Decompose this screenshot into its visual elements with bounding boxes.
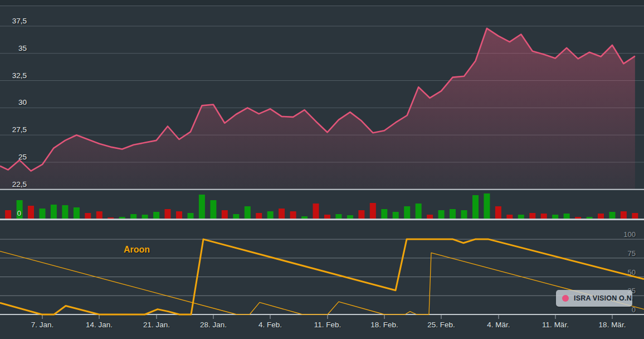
volume-bar-up[interactable] <box>381 209 387 219</box>
volume-bar-up[interactable] <box>552 215 558 219</box>
volume-bar-down[interactable] <box>28 206 34 219</box>
x-axis-label: 7. Jan. <box>31 321 54 329</box>
aroon-y-axis-label: 75 <box>628 249 636 258</box>
volume-bar-down[interactable] <box>290 211 296 219</box>
volume-bar-down[interactable] <box>598 214 604 219</box>
volume-bar-down[interactable] <box>529 213 535 219</box>
volume-bar-down[interactable] <box>96 211 103 219</box>
volume-bar-up[interactable] <box>347 215 353 219</box>
volume-bar-up[interactable] <box>153 212 159 219</box>
volume-bar-down[interactable] <box>279 209 285 219</box>
x-axis-label: 28. Jan. <box>200 321 227 329</box>
volume-bar-up[interactable] <box>564 214 570 219</box>
x-axis-label: 21. Jan. <box>143 321 170 329</box>
x-axis-label: 11. Feb. <box>314 321 341 329</box>
volume-bar-up[interactable] <box>119 217 125 219</box>
volume-bar-down[interactable] <box>165 209 171 219</box>
x-axis-label: 4. Mär. <box>487 321 510 329</box>
volume-bar-up[interactable] <box>587 217 593 219</box>
price-y-axis-label: 25 <box>18 153 27 161</box>
volume-bar-up[interactable] <box>404 206 410 219</box>
volume-bar-up[interactable] <box>210 200 216 219</box>
x-axis-label: 4. Feb. <box>258 321 282 329</box>
volume-bar-up[interactable] <box>199 195 205 219</box>
volume-bar-up[interactable] <box>484 193 490 219</box>
volume-bar-down[interactable] <box>85 213 91 219</box>
volume-bar-up[interactable] <box>438 210 445 219</box>
x-axis-label: 18. Mär. <box>599 321 626 329</box>
volume-bar-up[interactable] <box>130 214 136 219</box>
top-strip <box>0 0 644 6</box>
price-y-axis-label: 22,5 <box>12 180 27 188</box>
aroon-y-axis-label: 100 <box>623 230 636 239</box>
volume-bar-up[interactable] <box>393 212 399 219</box>
chart-canvas[interactable]: 37,53532,53027,52522,5010075502507. Jan.… <box>0 0 644 339</box>
price-y-axis-label: 27,5 <box>12 125 27 134</box>
volume-bar-up[interactable] <box>233 214 239 219</box>
volume-bar-up[interactable] <box>51 205 57 219</box>
volume-bar-down[interactable] <box>222 210 228 219</box>
volume-bar-up[interactable] <box>416 204 422 219</box>
volume-bar-up[interactable] <box>245 206 251 219</box>
price-y-axis-label: 35 <box>18 44 27 52</box>
volume-bar-down[interactable] <box>495 206 501 219</box>
volume-zero-label: 0 <box>17 209 21 217</box>
volume-bar-down[interactable] <box>506 215 513 219</box>
x-axis-label: 11. Mär. <box>542 321 569 329</box>
volume-bar-down[interactable] <box>358 210 364 219</box>
volume-bar-down[interactable] <box>632 213 638 219</box>
volume-bar-down[interactable] <box>313 204 319 219</box>
volume-bar-up[interactable] <box>335 214 341 219</box>
series-legend[interactable]: ISRA VISION O.N. <box>556 290 632 307</box>
x-axis-label: 14. Jan. <box>86 321 113 329</box>
volume-bar-down[interactable] <box>370 203 376 219</box>
volume-bar-up[interactable] <box>74 207 80 219</box>
x-axis-label: 25. Feb. <box>427 321 455 329</box>
price-y-axis-label: 30 <box>18 98 27 106</box>
x-axis-label: 18. Feb. <box>370 321 398 329</box>
volume-bar-down[interactable] <box>621 211 627 219</box>
volume-bar-up[interactable] <box>40 209 46 219</box>
volume-bar-down[interactable] <box>324 215 330 219</box>
volume-bar-up[interactable] <box>301 216 308 219</box>
price-y-axis-label: 32,5 <box>12 71 27 80</box>
volume-bar-up[interactable] <box>142 215 148 219</box>
volume-bar-up[interactable] <box>518 215 524 219</box>
stock-chart-root[interactable]: 37,53532,53027,52522,5010075502507. Jan.… <box>0 0 644 339</box>
volume-bar-down[interactable] <box>575 217 581 219</box>
volume-bar-down[interactable] <box>5 210 11 219</box>
volume-bar-down[interactable] <box>256 213 262 219</box>
legend-series-dot-icon <box>562 295 569 302</box>
volume-bar-down[interactable] <box>541 214 547 219</box>
aroon-indicator-title: Aroon <box>124 245 150 255</box>
volume-bar-up[interactable] <box>267 211 274 219</box>
legend-series-label: ISRA VISION O.N. <box>574 294 634 302</box>
volume-bar-down[interactable] <box>108 217 114 219</box>
volume-bar-up[interactable] <box>62 205 68 219</box>
volume-bar-up[interactable] <box>450 209 456 219</box>
price-y-axis-label: 37,5 <box>12 17 27 25</box>
volume-bar-up[interactable] <box>461 210 467 219</box>
volume-bar-up[interactable] <box>188 213 194 219</box>
volume-bar-up[interactable] <box>609 212 616 219</box>
volume-bar-down[interactable] <box>427 215 433 219</box>
volume-bar-down[interactable] <box>176 211 182 219</box>
volume-bar-up[interactable] <box>472 195 479 219</box>
